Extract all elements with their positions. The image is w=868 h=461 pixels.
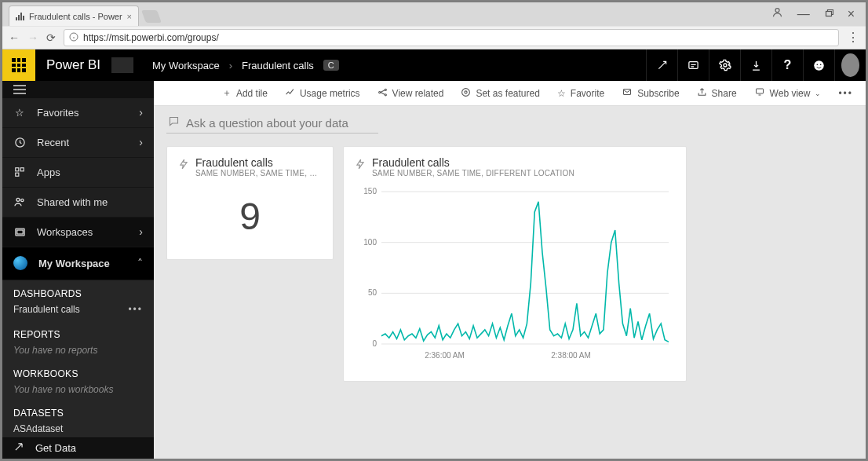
- chat-icon: [168, 115, 180, 130]
- lightning-icon: [355, 158, 366, 174]
- svg-rect-11: [16, 173, 19, 176]
- window-close-icon[interactable]: ×: [848, 7, 855, 21]
- webview-label: Web view: [770, 88, 811, 99]
- usage-metrics-button[interactable]: Usage metrics: [285, 87, 360, 100]
- line-chart-svg: 0501001502:36:00 AM2:38:00 AM: [355, 185, 677, 366]
- powerbi-favicon: [16, 13, 24, 20]
- view-related-button[interactable]: View related: [377, 87, 444, 100]
- sidebar-item-recent[interactable]: Recent ›: [2, 128, 154, 158]
- chevron-up-icon: ˄: [137, 257, 143, 269]
- workbooks-empty-text: You have no workbooks: [2, 384, 154, 397]
- featured-icon: [461, 87, 471, 100]
- browser-tabstrip: Fraudulent calls - Power × — ×: [2, 2, 866, 26]
- chevron-right-icon: ›: [229, 60, 232, 71]
- get-data-button[interactable]: Get Data: [2, 437, 154, 459]
- sidebar-item-shared[interactable]: Shared with me: [2, 188, 154, 218]
- download-button[interactable]: [740, 49, 771, 81]
- svg-rect-9: [16, 168, 19, 171]
- workbooks-header: WORKBOOKS: [13, 368, 78, 379]
- chevron-right-icon: ›: [139, 106, 143, 119]
- set-featured-button[interactable]: Set as featured: [461, 87, 539, 100]
- get-data-icon: [13, 441, 24, 455]
- settings-button[interactable]: [709, 49, 740, 81]
- tile-value: 9: [178, 195, 322, 238]
- tab-title: Fraudulent calls - Power: [29, 12, 122, 21]
- svg-point-7: [820, 64, 822, 65]
- workspaces-icon: [13, 225, 26, 238]
- svg-text:50: 50: [368, 288, 377, 297]
- breadcrumb-dashboard[interactable]: Fraudulent calls: [242, 60, 314, 71]
- star-icon: ☆: [13, 106, 26, 119]
- tile-title: Fraudulent calls: [195, 156, 322, 169]
- dashboard-item[interactable]: Fraudulent calls •••: [2, 304, 154, 318]
- qna-input[interactable]: Ask a question about your data: [166, 114, 378, 134]
- dashboards-header: DASHBOARDS: [13, 288, 82, 299]
- svg-text:2:38:00 AM: 2:38:00 AM: [551, 351, 591, 360]
- app-launcher-button[interactable]: [2, 49, 35, 81]
- new-tab-button[interactable]: [141, 10, 162, 23]
- chrome-menu-icon[interactable]: ⋮: [847, 36, 859, 39]
- svg-rect-15: [16, 230, 23, 234]
- reports-empty-text: You have no reports: [2, 345, 154, 357]
- add-tile-button[interactable]: ＋Add tile: [222, 86, 268, 100]
- subscribe-button[interactable]: Subscribe: [622, 87, 679, 99]
- star-icon: ☆: [557, 88, 566, 99]
- help-button[interactable]: ?: [771, 49, 803, 81]
- more-icon[interactable]: •••: [128, 304, 143, 315]
- site-info-icon[interactable]: [69, 32, 78, 44]
- url-bar[interactable]: https://msit.powerbi.com/groups/: [64, 29, 839, 46]
- svg-text:0: 0: [372, 339, 377, 348]
- sidebar-item-my-workspace[interactable]: My Workspace ˄: [2, 247, 154, 280]
- sidebar-item-favorites[interactable]: ☆ Favorites ›: [2, 98, 154, 128]
- sidebar-item-workspaces[interactable]: Workspaces ›: [2, 218, 154, 247]
- tab-close-icon[interactable]: ×: [127, 12, 132, 21]
- breadcrumb-workspace[interactable]: My Workspace: [152, 60, 220, 71]
- datasets-header: DATASETS: [13, 408, 64, 419]
- tile-card-number[interactable]: Fraudulent calls SAME NUMBER, SAME TIME,…: [166, 146, 334, 260]
- share-icon: [697, 87, 707, 100]
- chevron-right-icon: ›: [139, 225, 143, 238]
- window-minimize-icon[interactable]: —: [797, 7, 810, 21]
- browser-tab[interactable]: Fraudulent calls - Power ×: [9, 5, 139, 26]
- tile-line-chart[interactable]: Fraudulent calls SAME NUMBER, SAME TIME,…: [343, 146, 687, 382]
- nav-sidebar: ☆ Favorites › Recent › Apps Shared with …: [2, 81, 154, 459]
- window-restore-icon[interactable]: [824, 7, 833, 21]
- nav-back-icon[interactable]: ←: [9, 31, 20, 44]
- share-button[interactable]: Share: [697, 87, 737, 100]
- chrome-account-icon[interactable]: [771, 6, 783, 21]
- dataset-item[interactable]: ASAdataset: [2, 423, 154, 437]
- clock-icon: [13, 136, 26, 148]
- chevron-down-icon: ⌄: [815, 90, 821, 97]
- svg-point-17: [385, 89, 386, 90]
- fullscreen-button[interactable]: [646, 49, 677, 81]
- notifications-button[interactable]: [677, 49, 709, 81]
- feedback-button[interactable]: [803, 49, 834, 81]
- sidebar-label: Favorites: [37, 107, 78, 119]
- nav-forward-icon: →: [27, 31, 38, 44]
- lightning-icon: [178, 158, 189, 174]
- svg-point-20: [465, 90, 467, 93]
- svg-point-18: [385, 93, 386, 95]
- sidebar-toggle[interactable]: [2, 81, 154, 98]
- sidebar-label: Apps: [37, 166, 60, 178]
- featured-label: Set as featured: [476, 88, 539, 99]
- get-data-label: Get Data: [35, 442, 76, 454]
- powerbi-header: Power BI My Workspace › Fraudulent calls…: [2, 49, 866, 81]
- add-tile-label: Add tile: [236, 88, 268, 99]
- more-options-button[interactable]: •••: [838, 88, 853, 99]
- dataset-item-label: ASAdataset: [13, 423, 63, 434]
- web-view-button[interactable]: Web view⌄: [754, 87, 822, 99]
- favorite-button[interactable]: ☆Favorite: [557, 88, 604, 99]
- favorite-label: Favorite: [571, 88, 604, 99]
- nav-reload-icon[interactable]: ⟳: [46, 31, 56, 44]
- svg-text:150: 150: [363, 187, 377, 196]
- apps-icon: [13, 166, 26, 178]
- tile-title: Fraudulent calls: [372, 156, 574, 169]
- svg-point-13: [21, 199, 24, 201]
- dashboard-toolbar: ＋Add tile Usage metrics View related Set…: [154, 81, 866, 106]
- user-avatar[interactable]: [841, 53, 859, 77]
- subscribe-label: Subscribe: [637, 88, 679, 99]
- brand-label[interactable]: Power BI: [35, 49, 111, 81]
- sidebar-item-apps[interactable]: Apps: [2, 158, 154, 188]
- tile-subtitle: SAME NUMBER, SAME TIME, DIFFERENT LOCATI…: [372, 169, 574, 177]
